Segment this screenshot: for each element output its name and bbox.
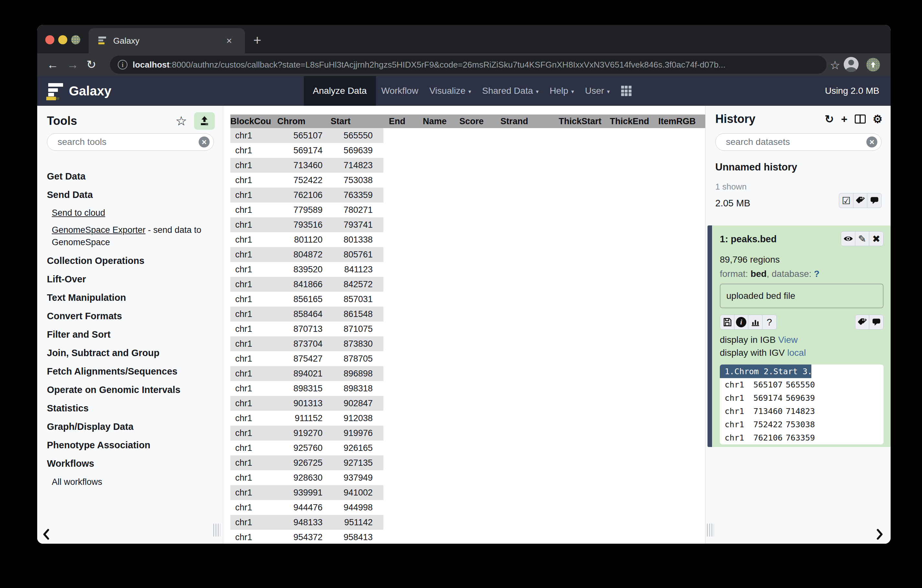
history-multiview-icon[interactable] [855,114,866,124]
visualize-chart-icon[interactable] [748,315,762,330]
column-header: BlockCou [230,114,271,128]
table-row: chr1 926725 927135 [230,456,383,470]
dataset-card-peaks-bed[interactable]: 1: peaks.bed ✎ ✖ 89,796 regions format: … [708,225,891,447]
nav-visualize[interactable]: Visualize▾ [424,76,477,106]
tool-category[interactable]: Fetch Alignments/Sequences [47,362,214,381]
brand-name: Galaxy [69,84,111,98]
dataset-info-icon[interactable]: i [734,315,749,330]
panel-resize-grip[interactable] [213,524,220,537]
datasets-search-input[interactable] [726,137,866,147]
upload-data-button[interactable] [194,112,215,130]
back-icon[interactable]: ← [47,58,59,72]
tool-category[interactable]: Convert Formats [47,307,214,325]
dataset-peek-table: 1.Chrom 2.Start 3.End chr1565107565550 c… [720,364,883,444]
tool-category[interactable]: Lift-Over [47,270,214,289]
tool-category[interactable]: Send Data [47,186,214,204]
new-history-icon[interactable]: + [841,113,848,126]
new-tab-button[interactable]: + [253,33,262,48]
igb-view-link[interactable]: View [778,335,798,345]
column-header: ThickEnd [610,114,649,128]
tool-category[interactable]: Operate on Genomic Intervals [47,381,214,399]
chevron-down-icon: ▾ [571,88,574,95]
window-close-button[interactable] [45,35,54,44]
column-header: ThickStart [559,114,602,128]
tool-category[interactable]: Filter and Sort [47,325,214,344]
site-info-icon[interactable]: i [118,60,128,70]
tool-category[interactable]: Graph/Display Data [47,418,214,436]
history-shown-count: 1 shown [715,182,747,192]
update-browser-icon[interactable] [866,58,880,72]
dataset-tags-icon[interactable] [855,315,870,330]
collapse-history-icon[interactable] [876,529,883,540]
column-header: End [389,114,405,128]
window-zoom-button[interactable] [71,35,80,44]
table-row: chr1 565107 565550 [230,128,383,143]
clear-search-icon[interactable]: × [866,137,877,147]
datasets-search[interactable]: × [715,133,881,151]
apps-grid-icon[interactable] [621,86,631,96]
column-header: Name [423,114,447,128]
tool-category[interactable]: Phenotype Association [47,436,214,454]
tab-close-icon[interactable]: × [226,35,232,46]
collapse-tools-icon[interactable] [43,529,49,540]
clear-search-icon[interactable]: × [199,137,210,147]
table-row: chr1 839520 841123 [230,262,383,277]
help-question-icon[interactable]: ? [762,315,777,330]
panel-resize-grip[interactable] [707,524,714,537]
nav-user[interactable]: User▾ [579,76,615,106]
view-data-eye-icon[interactable] [841,231,855,246]
favorites-star-icon[interactable]: ☆ [175,114,187,128]
database-link[interactable]: ? [814,269,819,279]
table-row: chr1 925760 926165 [230,441,383,456]
forward-icon[interactable]: → [67,58,78,72]
select-items-icon[interactable]: ☑ [839,193,853,208]
history-name[interactable]: Unnamed history [715,162,797,173]
bed-table: ChromStartEndNameScoreStrandThickStartTh… [230,114,705,544]
delete-dataset-x-icon[interactable]: ✖ [869,231,883,246]
history-tags-icon[interactable] [853,193,868,208]
browser-tab[interactable]: Galaxy × [89,28,245,53]
annotation-input[interactable] [721,284,883,307]
tool-category[interactable]: Text Manipulation [47,289,214,307]
igv-local-link[interactable]: local [788,348,806,358]
refresh-history-icon[interactable]: ↻ [825,113,834,126]
dataset-annotation-icon[interactable] [869,315,883,330]
nav-shared-data[interactable]: Shared Data▾ [477,76,544,106]
nav-help[interactable]: Help▾ [544,76,579,106]
tool-category[interactable]: Get Data [47,167,214,186]
edit-attributes-pencil-icon[interactable]: ✎ [855,231,870,246]
tools-search[interactable]: × [47,133,214,151]
history-options-gear-icon[interactable]: ⚙ [873,113,883,126]
url-bar[interactable]: i localhost:8000/authnz/custos/callback?… [110,56,827,74]
chevron-down-icon: ▾ [468,88,471,95]
dataset-title[interactable]: 1: peaks.bed [720,231,777,245]
usage-indicator[interactable]: Using 2.0 MB [825,76,879,106]
galaxy-brand[interactable]: Galaxy [47,81,111,101]
table-row: chr1 954372 958413 [230,530,383,544]
table-row: chr1 858464 861548 [230,307,383,322]
nav-workflow[interactable]: Workflow [376,76,424,106]
column-header: Chrom [277,114,306,128]
history-annotation-icon[interactable] [867,193,881,208]
tool-link-all-workflows[interactable]: All workflows [47,473,214,491]
annotation-box[interactable] [720,284,883,308]
tools-search-input[interactable] [57,137,199,147]
window-minimize-button[interactable] [58,35,67,44]
tool-link-send-to-cloud[interactable]: Send to cloud [52,204,214,222]
table-row: chr1 875427 878705 [230,351,383,366]
tool-link-genomespace-exporter[interactable]: GenomeSpace Exporter - send data to Geno… [52,224,207,248]
bookmark-star-icon[interactable]: ☆ [830,59,840,72]
table-row: chr1 948133 951142 [230,515,383,530]
tool-category[interactable]: Collection Operations [47,252,214,270]
profile-avatar[interactable] [844,57,858,72]
galaxy-favicon-icon [98,36,106,45]
nav-analyze-data[interactable]: Analyze Data [304,76,376,106]
table-row: chr1 779589 780271 [230,203,383,217]
tool-category[interactable]: Join, Subtract and Group [47,344,214,362]
peek-table-row: chr1565107565550 [720,378,883,391]
reload-icon[interactable]: ↻ [87,58,96,72]
tool-category[interactable]: Workflows [47,454,214,473]
tool-category[interactable]: Statistics [47,399,214,418]
save-download-icon[interactable] [720,315,734,330]
dataset-preview-panel: ChromStartEndNameScoreStrandThickStartTh… [223,106,705,544]
